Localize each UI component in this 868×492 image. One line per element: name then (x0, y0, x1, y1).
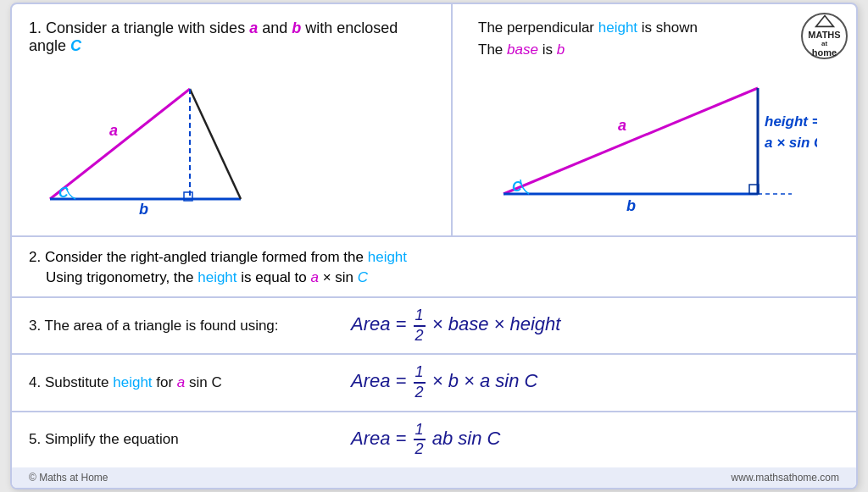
s4-prefix: 4. Substitute (29, 374, 113, 390)
base-mid: is (538, 41, 557, 58)
s4-mid: for (153, 374, 177, 390)
s2-l2-prefix: Using trigonometry, the (46, 269, 198, 285)
perp-text: The perpendicular height is shown (478, 19, 839, 36)
logo: MATHS at home (801, 13, 848, 59)
svg-text:height =: height = (765, 113, 817, 130)
s2-var-a: a (311, 269, 319, 285)
logo-home: home (812, 47, 837, 58)
footer-right: www.mathsathome.com (732, 472, 839, 484)
logo-maths: MATHS (808, 30, 840, 40)
section2: 2. Consider the right-angled triangle fo… (12, 237, 856, 298)
s2-times: × sin (319, 269, 358, 285)
base-prefix: The (478, 41, 507, 58)
section3-formula: Area = 12 × base × height (351, 307, 839, 345)
s2-l2-mid: is equal to (237, 269, 311, 285)
right-triangle-svg: a b C height = a × sin C (478, 63, 817, 224)
section5-formula: Area = 12 ab sin C (351, 421, 839, 459)
s2-height1: height (368, 249, 407, 265)
svg-line-9 (504, 88, 758, 194)
section4-label: 4. Substitute height for a sin C (29, 374, 351, 391)
perp-prefix: The perpendicular (478, 19, 598, 36)
svg-text:a × sin C: a × sin C (765, 135, 817, 151)
svg-marker-8 (815, 16, 833, 27)
section2-line1: 2. Consider the right-angled triangle fo… (29, 249, 839, 266)
svg-line-2 (190, 89, 241, 199)
base-text: The base is b (478, 41, 839, 58)
title-var-C: C (70, 37, 81, 54)
svg-text:a: a (618, 117, 626, 134)
section1-left: 1. Consider a triangle with sides a and … (12, 4, 453, 235)
left-triangle-svg: a b C (29, 64, 266, 220)
section5: 5. Simplify the equation Area = 12 ab si… (12, 412, 856, 467)
footer: © Maths at Home www.mathsathome.com (12, 467, 856, 488)
section4-formula: Area = 12 × b × a sin C (351, 363, 839, 401)
section1-title: 1. Consider a triangle with sides a and … (29, 19, 434, 55)
svg-text:b: b (139, 201, 148, 218)
perp-height: height (598, 19, 637, 36)
section1: 1. Consider a triangle with sides a and … (12, 4, 856, 237)
base-var-b: b (557, 41, 565, 58)
s2-height2: height (198, 269, 236, 285)
s4-height: height (113, 374, 152, 390)
svg-text:b: b (626, 197, 636, 214)
section3: 3. The area of a triangle is found using… (12, 298, 856, 355)
footer-left: © Maths at Home (29, 472, 108, 484)
s4-var-a: a (177, 374, 185, 390)
title-var-b: b (292, 19, 301, 36)
section2-line2: Using trigonometry, the height is equal … (29, 269, 839, 286)
perp-suffix: is shown (637, 19, 698, 36)
section4: 4. Substitute height for a sin C Area = … (12, 355, 856, 412)
main-card: 1. Consider a triangle with sides a and … (10, 3, 858, 489)
svg-text:C: C (58, 185, 69, 200)
logo-at: at (821, 40, 827, 47)
section5-label: 5. Simplify the equation (29, 431, 351, 448)
svg-text:a: a (109, 122, 118, 139)
s2-var-C: C (358, 269, 368, 285)
section3-label: 3. The area of a triangle is found using… (29, 318, 351, 334)
title-var-a: a (249, 19, 258, 36)
title-prefix: 1. Consider a triangle with sides (29, 19, 249, 36)
base-word: base (507, 41, 538, 58)
svg-line-0 (50, 89, 190, 199)
section1-right: MATHS at home The perpendicular height i… (453, 4, 856, 235)
s2-l1-prefix: 2. Consider the right-angled triangle fo… (29, 249, 368, 265)
s4-suffix: sin C (185, 374, 221, 390)
title-mid: and (258, 19, 292, 36)
